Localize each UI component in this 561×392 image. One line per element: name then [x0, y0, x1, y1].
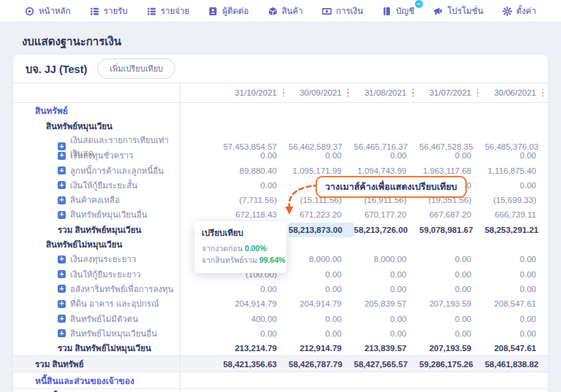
nav-item-promotion[interactable]: โปรโมชั่น: [433, 4, 483, 18]
value-cell: 208,547.61: [483, 341, 548, 356]
highlighted-value-cell[interactable]: 58,213,873.00: [289, 223, 354, 237]
value-cell: 0.00: [180, 178, 289, 193]
nav-item-home[interactable]: หน้าหลัก: [25, 4, 71, 18]
row-label[interactable]: +ที่ดิน อาคาร และอุปกรณ์: [13, 296, 180, 311]
popup-line-total-assets: จากสินทรัพย์รวม 99.64%: [202, 254, 279, 266]
value-cell: 0.00: [289, 148, 354, 163]
expand-plus-icon[interactable]: +: [58, 152, 66, 160]
value-cell: [483, 389, 548, 392]
expand-plus-icon[interactable]: +: [58, 166, 66, 174]
expand-plus-icon[interactable]: +: [58, 181, 66, 189]
value-cell: 0.00: [483, 282, 548, 296]
value-cell: 0.00: [419, 252, 484, 266]
table-header-row: 31/10/202130/09/202131/08/202131/07/2021…: [13, 83, 548, 103]
column-menu-kebab-icon[interactable]: [411, 87, 415, 98]
value-cell: (7,711.56): [180, 193, 289, 207]
nav-item-finance[interactable]: การเงิน: [322, 4, 363, 18]
expand-plus-icon[interactable]: +: [58, 211, 66, 219]
column-menu-kebab-icon[interactable]: [476, 87, 480, 98]
value-cell: 400.00: [180, 311, 289, 326]
row-label[interactable]: +สินทรัพย์หมุนเวียนอื่น: [13, 207, 180, 222]
value-cell: [419, 372, 484, 388]
column-menu-kebab-icon[interactable]: [541, 87, 545, 98]
value-cell: 0.00: [419, 311, 484, 326]
value-cell: [289, 103, 354, 119]
expand-plus-icon[interactable]: +: [58, 315, 66, 323]
popup-value: 99.64%: [259, 255, 286, 264]
accounting-icon: [382, 7, 392, 16]
value-cell: 58,426,787.79: [289, 356, 354, 372]
column-header-date: 31/10/2021: [180, 83, 289, 102]
table-header-empty-cell: [13, 83, 180, 102]
column-menu-kebab-icon[interactable]: [281, 87, 286, 98]
nav-item-accounting[interactable]: บัญชี: [382, 4, 414, 18]
row-label[interactable]: +เงินลงทุนระยะยาว: [13, 252, 180, 266]
row-label[interactable]: +เงินลงทุนชั่วคราว: [13, 148, 180, 163]
column-header-date: 31/07/2021: [419, 83, 484, 102]
add-comparison-button[interactable]: เพิ่มเปรียบเทียบ: [97, 58, 175, 79]
value-cell: 208,547.61: [483, 296, 548, 311]
value-cell: 0.00: [354, 266, 419, 281]
expand-plus-icon[interactable]: +: [58, 270, 66, 278]
value-cell: 0.00: [289, 311, 354, 326]
value-cell: 207,193.59: [419, 341, 484, 356]
row-label[interactable]: +เงินให้กู้ยืมระยะสั้น: [13, 178, 180, 193]
column-menu-kebab-icon[interactable]: [346, 87, 350, 98]
value-cell: [289, 372, 354, 388]
popup-line-previous-period: จากงวดก่อน 0.00%: [202, 242, 279, 254]
value-cell: 0.00: [483, 178, 548, 193]
row-label[interactable]: +เงินให้กู้ยืมระยะยาว: [13, 266, 180, 281]
popup-label: จากงวดก่อน: [202, 244, 243, 253]
row-label[interactable]: +สินค้าคงเหลือ: [13, 193, 180, 207]
row-label[interactable]: +ลูกหนี้การค้าและลูกหนี้อื่น: [13, 163, 180, 177]
value-cell: 0.00: [483, 326, 548, 341]
value-cell: 666,739.11: [483, 207, 548, 222]
expand-plus-icon[interactable]: +: [58, 329, 66, 337]
page-title: งบแสดงฐานะการเงิน: [22, 33, 561, 50]
promotion-icon: [433, 7, 443, 16]
row-label: สินทรัพย์หมุนเวียน: [13, 119, 180, 134]
settings-icon: [503, 7, 512, 16]
nav-item-products[interactable]: สินค้า: [268, 4, 303, 18]
value-cell: (15,699.33): [483, 193, 548, 207]
value-cell: 0.00: [483, 311, 548, 326]
value-cell: [354, 372, 419, 388]
value-cell: 204,914.79: [289, 296, 354, 311]
top-navigation: หน้าหลักรายรับรายจ่ายผู้ติดต่อสินค้าการเ…: [0, 0, 561, 23]
popup-title: เปรียบเทียบ: [202, 226, 279, 239]
home-icon: [25, 7, 34, 16]
nav-item-label: รายจ่าย: [161, 4, 189, 18]
value-cell: [419, 119, 484, 134]
table-row-section: หนี้สินและส่วนของเจ้าของ: [13, 372, 548, 389]
value-cell: 213,214.79: [180, 341, 289, 356]
nav-item-expense[interactable]: รายจ่าย: [147, 4, 189, 18]
row-label[interactable]: +อสังหาริมทรัพย์เพื่อการลงทุน: [13, 282, 180, 296]
row-label: รวม สินทรัพย์หมุนเวียน: [13, 223, 180, 237]
nav-item-settings[interactable]: ตั้งค่า: [503, 4, 536, 18]
row-label[interactable]: +สินทรัพย์ไม่หมุนเวียนอื่น: [13, 326, 180, 341]
nav-item-label: ตั้งค่า: [516, 4, 536, 18]
nav-item-contacts[interactable]: ผู้ติดต่อ: [208, 4, 248, 18]
income-icon: [90, 7, 99, 16]
value-cell: 0.00: [180, 326, 289, 341]
value-cell: 667,687.20: [419, 207, 484, 222]
value-cell: [419, 103, 484, 119]
value-cell: 0.00: [483, 252, 548, 266]
row-label[interactable]: +สินทรัพย์ไม่มีตัวตน: [13, 311, 180, 326]
nav-item-label: การเงิน: [336, 4, 363, 18]
value-cell: [419, 237, 484, 252]
expand-plus-icon[interactable]: +: [58, 300, 66, 308]
table-row-item: +อสังหาริมทรัพย์เพื่อการลงทุน0.000.000.0…: [13, 282, 548, 296]
value-cell: 0.00: [419, 148, 484, 163]
expand-plus-icon[interactable]: +: [58, 196, 66, 204]
nav-item-income[interactable]: รายรับ: [90, 4, 128, 18]
value-cell: [180, 103, 289, 119]
row-label: สินทรัพย์: [13, 103, 180, 119]
value-cell: 0.00: [289, 266, 354, 281]
expand-plus-icon[interactable]: +: [58, 285, 66, 293]
row-label: หนี้สินและส่วนของเจ้าของ: [13, 372, 180, 388]
table-row-subsection: หนี้สินหมุนเวียน: [13, 389, 548, 392]
finance-icon: [322, 7, 332, 16]
row-label: รวม สินทรัพย์: [13, 356, 180, 372]
expand-plus-icon[interactable]: +: [58, 255, 66, 264]
